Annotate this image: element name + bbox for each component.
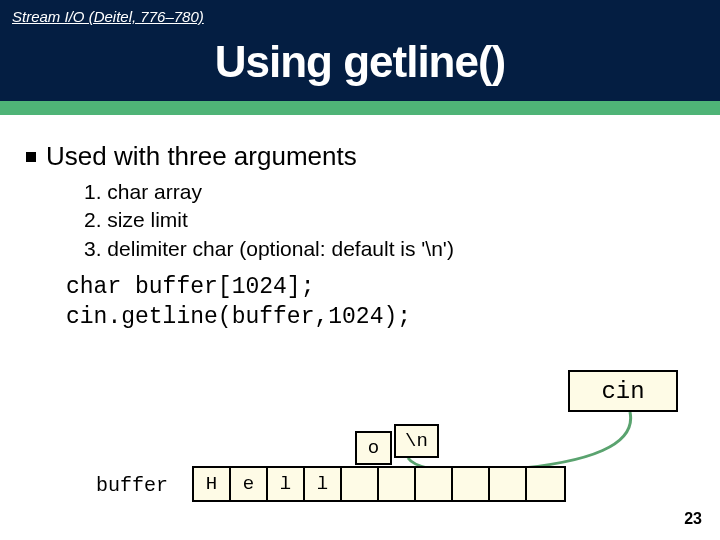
buffer-label: buffer	[96, 474, 168, 497]
list-num: 3.	[84, 237, 102, 260]
buffer-row: H e l l	[192, 466, 566, 502]
buffer-cell	[527, 468, 564, 500]
list-label: size limit	[107, 208, 188, 231]
buffer-cell	[379, 468, 416, 500]
page-number: 23	[684, 510, 702, 528]
list-item: 1. char array	[84, 178, 694, 206]
breadcrumb: Stream I/O (Deitel, 776–780)	[0, 6, 720, 29]
buffer-cell: l	[305, 468, 342, 500]
buffer-diagram: cin o \n buffer H e l l	[0, 370, 720, 520]
stream-char-newline: \n	[394, 424, 439, 458]
buffer-cell	[416, 468, 453, 500]
list-label: delimiter char (optional: default is '\n…	[107, 237, 454, 260]
buffer-cell: H	[194, 468, 231, 500]
cin-box: cin	[568, 370, 678, 412]
buffer-cell	[490, 468, 527, 500]
list-item: 2. size limit	[84, 206, 694, 234]
slide-header: Stream I/O (Deitel, 776–780) Using getli…	[0, 0, 720, 101]
buffer-cell: l	[268, 468, 305, 500]
code-line: cin.getline(buffer,1024);	[66, 303, 694, 333]
bullet-icon	[26, 152, 36, 162]
list-item: 3. delimiter char (optional: default is …	[84, 235, 694, 263]
slide-title: Using getline()	[0, 29, 720, 101]
bullet-text: Used with three arguments	[46, 141, 357, 172]
list-num: 2.	[84, 208, 102, 231]
buffer-cell	[453, 468, 490, 500]
list-num: 1.	[84, 180, 102, 203]
buffer-cell: e	[231, 468, 268, 500]
code-line: char buffer[1024];	[66, 273, 694, 303]
list-label: char array	[107, 180, 202, 203]
slide-body: Used with three arguments 1. char array …	[0, 115, 720, 333]
bullet-line: Used with three arguments	[26, 141, 694, 172]
accent-bar	[0, 101, 720, 115]
buffer-cell	[342, 468, 379, 500]
stream-char-o: o	[355, 431, 392, 465]
code-block: char buffer[1024]; cin.getline(buffer,10…	[66, 273, 694, 333]
argument-list: 1. char array 2. size limit 3. delimiter…	[84, 178, 694, 263]
